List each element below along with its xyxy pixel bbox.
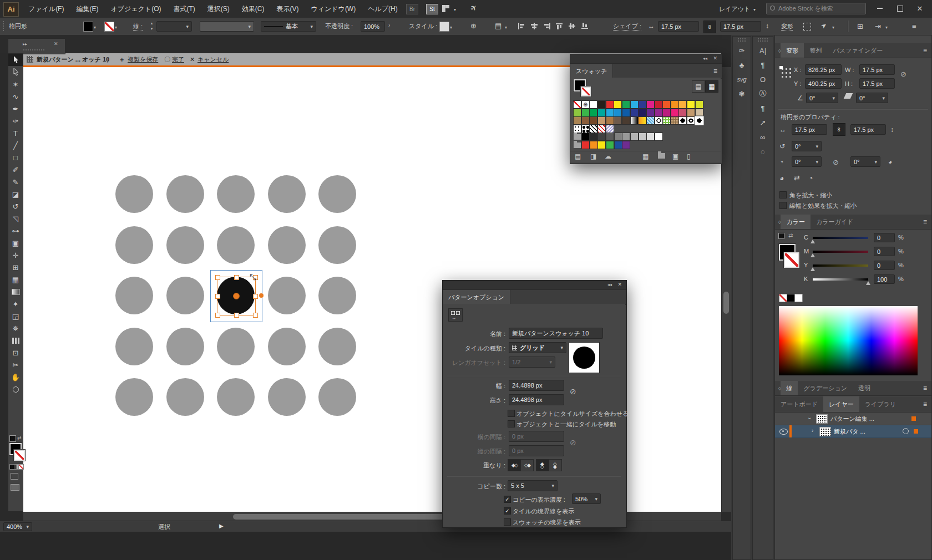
swatch-kinds-button[interactable]: ◨ bbox=[590, 152, 596, 160]
shape-label[interactable]: シェイプ : bbox=[613, 18, 641, 34]
swatch[interactable] bbox=[679, 109, 686, 116]
panel-menu-icon[interactable]: ≡ bbox=[912, 22, 916, 30]
channel-value-Y[interactable]: 0 bbox=[874, 261, 895, 270]
control-bar-grip[interactable] bbox=[2, 21, 5, 32]
swatch[interactable] bbox=[631, 109, 638, 116]
tile-width-field[interactable]: 24.4898 px bbox=[509, 380, 564, 391]
zoom-level-select[interactable]: 400%▾ bbox=[3, 522, 32, 531]
brush-definition-select[interactable]: ▾ bbox=[200, 21, 254, 32]
dim-copies-checkbox[interactable]: ✓ bbox=[504, 496, 511, 503]
swatch[interactable] bbox=[631, 117, 638, 124]
pie-end-field[interactable]: 0°▾ bbox=[850, 156, 880, 167]
swatch[interactable] bbox=[590, 117, 597, 124]
swatch[interactable] bbox=[615, 133, 622, 140]
selection-handle[interactable] bbox=[234, 313, 239, 318]
free-transform-tool[interactable]: ▣ bbox=[8, 237, 23, 249]
swatch[interactable] bbox=[606, 101, 614, 108]
tile-type-select[interactable]: グリッド▾ bbox=[509, 342, 566, 353]
swatch[interactable] bbox=[663, 109, 670, 116]
chevron-down-icon[interactable]: ▾ bbox=[885, 25, 888, 30]
swatch[interactable] bbox=[663, 101, 670, 108]
color-tab-1[interactable]: カラーガイド bbox=[811, 215, 859, 229]
menu-3[interactable]: 書式(T) bbox=[167, 0, 201, 18]
selection-center-point[interactable] bbox=[233, 293, 240, 299]
chevron-down-icon[interactable]: ▾ bbox=[115, 25, 117, 30]
broken-link-icon[interactable]: ⊘ bbox=[833, 158, 839, 166]
swatch[interactable] bbox=[582, 117, 589, 124]
stock-button[interactable]: St bbox=[426, 4, 438, 14]
swatch[interactable] bbox=[615, 141, 622, 149]
white-chip[interactable] bbox=[794, 294, 803, 302]
x-field[interactable]: 826.25 px bbox=[805, 64, 842, 75]
overlap-bottom-front-button[interactable]: ◇◆ bbox=[549, 459, 562, 471]
paragraph-panel-icon[interactable]: ¶ bbox=[753, 58, 773, 72]
scale-corners-checkbox[interactable] bbox=[779, 191, 787, 198]
swatch[interactable] bbox=[655, 117, 662, 124]
swatch-group-folder-icon[interactable] bbox=[574, 142, 581, 148]
swatch[interactable] bbox=[590, 101, 597, 108]
swatch[interactable] bbox=[639, 117, 646, 124]
svg-interactivity-panel-icon[interactable]: svg bbox=[733, 72, 751, 86]
swatch[interactable] bbox=[655, 109, 662, 116]
swatch[interactable] bbox=[598, 141, 605, 149]
stroke-color-swatch[interactable] bbox=[104, 22, 114, 32]
fit-tile-checkbox[interactable] bbox=[508, 410, 515, 417]
swatch[interactable] bbox=[663, 117, 670, 124]
share-icon[interactable]: ✈ bbox=[468, 2, 479, 13]
tile-edge-handle[interactable] bbox=[259, 293, 264, 298]
swatch[interactable] bbox=[574, 117, 581, 124]
ellipse-angle-field[interactable]: 0°▾ bbox=[792, 141, 822, 151]
swatch-group-folder-icon[interactable] bbox=[574, 134, 581, 140]
cancel-button[interactable]: キャンセル bbox=[197, 53, 229, 65]
show-tile-edge-checkbox[interactable]: ✓ bbox=[504, 507, 511, 515]
chevron-down-icon[interactable]: ▾ bbox=[450, 25, 452, 30]
lasso-tool[interactable]: ∿ bbox=[8, 90, 23, 103]
pie-full-icon[interactable]: ◕ bbox=[779, 174, 784, 182]
channel-slider-thumb[interactable] bbox=[866, 281, 870, 285]
mini-fill-icon[interactable] bbox=[778, 233, 784, 239]
swatch[interactable] bbox=[639, 133, 646, 140]
swatch[interactable] bbox=[622, 141, 630, 149]
toolbar-grip[interactable] bbox=[23, 49, 45, 52]
channel-value-K[interactable]: 100 bbox=[874, 274, 895, 284]
attributes-panel-icon[interactable]: ◌ bbox=[753, 144, 773, 159]
channel-slider-thumb[interactable] bbox=[811, 267, 815, 271]
overlap-right-front-button[interactable]: ◇◆ bbox=[520, 459, 534, 471]
links-panel-icon[interactable]: ∞ bbox=[753, 130, 773, 144]
swatch[interactable] bbox=[606, 117, 614, 124]
swatch[interactable] bbox=[622, 101, 630, 108]
menu-8[interactable]: ヘルプ(H) bbox=[362, 0, 404, 18]
show-swatch-bounds-checkbox[interactable] bbox=[504, 518, 511, 526]
stroke-style-select[interactable]: 基本▾ bbox=[261, 21, 316, 32]
panel-menu-icon[interactable]: ≡ bbox=[923, 43, 927, 58]
stroke-weight-label[interactable]: 線 : bbox=[133, 18, 143, 34]
black-chip[interactable] bbox=[787, 294, 795, 302]
dock-grip[interactable] bbox=[757, 38, 768, 42]
artboard-tool[interactable]: ⊡ bbox=[8, 347, 23, 359]
stroke-tab-1[interactable]: グラデーション bbox=[798, 381, 853, 395]
y-field[interactable]: 490.25 px bbox=[805, 78, 842, 89]
stroke-weight-stepper[interactable]: ▴▾ bbox=[149, 21, 155, 32]
layer-name[interactable]: パターン編集 ... bbox=[830, 415, 874, 423]
rotate-field[interactable]: 0°▾ bbox=[806, 93, 838, 103]
mesh-tool[interactable]: ▦ bbox=[8, 273, 23, 286]
swatch[interactable] bbox=[655, 133, 662, 140]
perspective-grid-tool[interactable]: ⊞ bbox=[8, 261, 23, 273]
swatch[interactable] bbox=[574, 125, 581, 133]
menu-5[interactable]: 効果(C) bbox=[236, 0, 271, 18]
panel-menu-icon[interactable]: ≡ bbox=[923, 215, 927, 229]
move-tile-checkbox[interactable] bbox=[508, 420, 515, 427]
overlap-left-front-button[interactable]: ◆◇ bbox=[508, 459, 521, 471]
document-setup-icon[interactable]: ▤ bbox=[495, 22, 502, 30]
swatch[interactable] bbox=[687, 109, 695, 116]
chevron-down-icon[interactable]: ▾ bbox=[94, 25, 96, 30]
pattern-options-tab[interactable]: パターンオプション bbox=[443, 290, 510, 304]
reference-point-selector[interactable] bbox=[779, 66, 791, 78]
scale-tool[interactable]: ◹ bbox=[8, 212, 23, 225]
channel-value-C[interactable]: 0 bbox=[874, 233, 895, 242]
swatch[interactable] bbox=[639, 101, 646, 108]
select-similar-icon[interactable]: ➤ bbox=[819, 21, 828, 30]
maximize-button[interactable] bbox=[890, 0, 910, 17]
menu-4[interactable]: 選択(S) bbox=[201, 0, 236, 18]
minimize-button[interactable] bbox=[870, 0, 890, 17]
